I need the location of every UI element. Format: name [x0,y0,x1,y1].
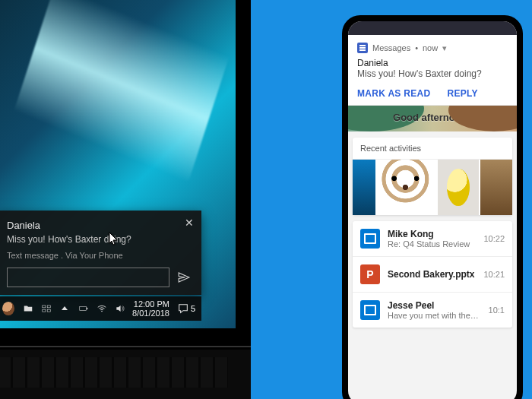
list-item-time: 10:22 [483,234,505,243]
thumbnail[interactable] [353,160,375,215]
list-item-title: Second Bakery.pptx [388,269,476,280]
greeting-text: Good afternoon, Martina [393,112,508,123]
outlook-icon [360,300,380,320]
tray-caret-icon[interactable] [59,305,71,312]
laptop-desktop: ✕ Daniela Miss you! How's Baxter doing? … [0,0,236,328]
recent-activities-card: Recent activities [353,138,512,215]
notification-card[interactable]: Messages • now ▾ Daniela Miss you! How's… [348,35,517,106]
reply-button[interactable]: REPLY [448,88,478,99]
list-item[interactable]: Second Bakery.pptx 10:21 [353,256,512,292]
phone-screen: Messages • now ▾ Daniela Miss you! How's… [348,21,517,399]
list-item[interactable]: Jesse Peel Have you met with the vendor'… [353,292,512,328]
svg-rect-5 [87,308,87,309]
volume-icon[interactable] [114,303,126,314]
list-item-title: Mike Kong [388,229,476,239]
taskbar: 12:00 PM 8/01/2018 5 [0,296,201,321]
notification-body: Miss you! How's Baxter doing? [357,68,508,79]
battery-icon[interactable] [78,303,90,314]
close-icon[interactable]: ✕ [185,217,194,229]
laptop-frame: ✕ Daniela Miss you! How's Baxter doing? … [0,0,251,350]
svg-point-6 [101,311,103,312]
toast-source: Text message . Via Your Phone [7,251,191,260]
taskbar-clock[interactable]: 12:00 PM 8/01/2018 [132,299,169,318]
mark-as-read-button[interactable]: MARK AS READ [357,88,431,99]
chevron-down-icon[interactable]: ▾ [442,43,447,53]
taskbar-date: 8/01/2018 [132,309,169,318]
list-item-subtitle: Re: Q4 Status Review [388,239,476,249]
svg-rect-0 [43,306,46,308]
explorer-icon[interactable] [22,303,34,314]
thumbnail[interactable] [479,160,512,215]
toast-sender: Daniela [7,220,191,231]
thumbnail[interactable] [438,160,479,215]
greeting-banner: Good afternoon, Martina [348,106,517,131]
list-item-time: 10:21 [483,270,505,279]
svg-rect-3 [48,309,51,312]
phone-frame: Messages • now ▾ Daniela Miss you! How's… [342,15,523,399]
toast-message: Miss you! How's Baxter doing? [7,234,191,245]
recent-activities-thumbs[interactable] [353,159,512,215]
notification-toast: ✕ Daniela Miss you! How's Baxter doing? … [0,211,201,295]
status-bar [348,21,517,35]
taskbar-time: 12:00 PM [132,299,169,309]
send-icon[interactable] [177,271,191,284]
laptop-hinge [0,346,251,347]
list-item-subtitle: Have you met with the vendor's r... [388,311,481,320]
svg-rect-2 [43,309,46,312]
laptop-keyboard [0,350,251,399]
action-center-icon[interactable]: 5 [177,302,195,315]
outlook-icon [360,229,380,249]
list-item-title: Jesse Peel [388,300,481,311]
svg-rect-1 [48,306,51,308]
action-center-count: 5 [191,304,195,313]
messages-app-icon [357,43,368,53]
svg-rect-4 [79,307,86,311]
dot-separator: • [415,43,418,52]
wifi-icon[interactable] [96,303,108,314]
powerpoint-icon [360,264,380,284]
recent-activities-title: Recent activities [353,138,512,159]
task-view-icon[interactable] [40,303,52,314]
mouse-cursor-icon [109,232,119,249]
thumbnail[interactable] [375,160,438,215]
notification-from: Daniela [357,58,508,68]
notification-age: now [423,43,438,52]
list-item[interactable]: Mike Kong Re: Q4 Status Review 10:22 [353,221,512,256]
user-avatar-icon[interactable] [2,302,14,315]
list-item-time: 10:1 [489,306,505,315]
reply-input[interactable] [7,268,169,287]
activity-list: Mike Kong Re: Q4 Status Review 10:22 Sec… [353,221,512,328]
notification-app: Messages [372,43,410,52]
